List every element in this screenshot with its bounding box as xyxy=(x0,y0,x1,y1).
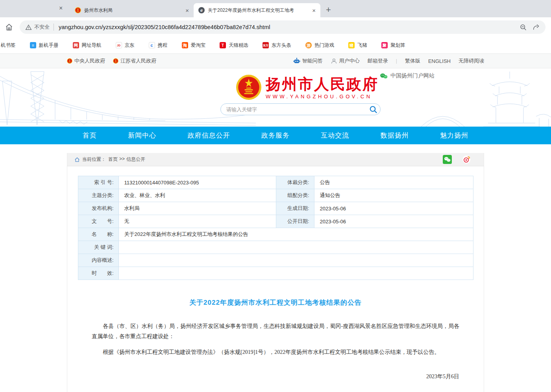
site-search xyxy=(220,103,381,115)
national-emblem-icon xyxy=(113,58,118,64)
home-breadcrumb-icon[interactable] xyxy=(74,157,80,162)
gov-site-link[interactable]: 中央人民政府 xyxy=(67,57,105,64)
bookmark-label: 网址导航 xyxy=(82,42,102,49)
table-row: 主题分类:农业、林业、水利组配分类:通知公告 xyxy=(78,189,473,202)
nav-item[interactable]: 新闻中心 xyxy=(128,131,156,140)
doc-field-label: 时 效: xyxy=(78,267,118,280)
doc-field-label: 文 号: xyxy=(78,215,118,228)
table-row: 文 号:无公开日期:2023-05-06 xyxy=(78,215,473,228)
doc-field-value: 水利局 xyxy=(118,202,276,215)
breadcrumb-link[interactable]: 信息公开 xyxy=(126,156,145,163)
document-meta-table: 索 引 号:11321000014407098E-2023-095体裁分类:公告… xyxy=(78,176,473,280)
not-secure-warning-icon[interactable] xyxy=(25,24,32,31)
portal-bubbles-icon xyxy=(380,73,388,79)
content-wrapper: 当前位置： 首页 >> 信息公开 索 引 号:11321000014407098… xyxy=(67,153,484,392)
breadcrumb-separator: >> xyxy=(119,156,125,163)
nav-item[interactable]: 数据扬州 xyxy=(381,131,409,140)
breadcrumb: 当前位置： 首页 >> 信息公开 xyxy=(67,153,484,166)
bookmark-label: 天猫精选 xyxy=(229,42,248,49)
doc-field-value xyxy=(118,254,473,267)
bookmark-item[interactable]: JD京东 xyxy=(116,42,135,49)
utility-link[interactable]: ENGLISH xyxy=(428,58,451,64)
browser-tab[interactable]: e关于2022年度扬州市水利工程文明工地考× xyxy=(194,3,320,17)
site-logo[interactable]: 扬州市人民政府 WWW.YANGZHOU.GOV.CN xyxy=(236,74,379,100)
utility-link-label: 用户中心 xyxy=(339,57,360,64)
bookmark-item[interactable]: 聚聚划算 xyxy=(381,42,405,49)
bookmark-item[interactable]: 猪飞猪 xyxy=(348,42,367,49)
table-row: 内容概述: xyxy=(78,254,473,267)
close-icon[interactable]: × xyxy=(59,5,63,11)
divider xyxy=(54,24,54,31)
bookmark-favicon: 聚 xyxy=(381,42,388,48)
wechat-share-icon[interactable] xyxy=(443,155,452,164)
browser-tab[interactable]: 扬州市水利局× xyxy=(70,3,194,17)
share-icon[interactable] xyxy=(533,24,540,31)
breadcrumb-link[interactable]: 首页 xyxy=(108,156,118,163)
close-icon[interactable]: × xyxy=(311,7,316,14)
utility-left-links: 中央人民政府江苏省人民政府 xyxy=(67,57,156,64)
search-input[interactable] xyxy=(226,107,369,112)
doc-field-label: 索 引 号: xyxy=(78,176,118,189)
bookmark-item[interactable]: 机书签 xyxy=(1,42,16,49)
url-text[interactable]: yangzhou.gov.cn/yzszxxgk/slj/202305/210c… xyxy=(59,24,516,30)
utility-link[interactable]: 无障碍阅读 xyxy=(459,57,484,64)
breadcrumb-links: 首页 >> 信息公开 xyxy=(108,156,145,163)
doc-field-label: 主题分类: xyxy=(78,189,118,202)
search-icon[interactable] xyxy=(369,105,378,114)
weibo-share-icon[interactable] xyxy=(462,155,471,164)
bookmarks-bar: 机书签≡新机手册网网址导航JD京东c携程淘爱淘宝T天猫精选东方东方头条游热门游戏… xyxy=(0,37,551,54)
url-input[interactable]: 不安全 yangzhou.gov.cn/yzszxxgk/slj/202305/… xyxy=(20,20,545,34)
article: 关于2022年度扬州市水利工程文明工地考核结果的公告 各县（市、区）水利（务）局… xyxy=(67,298,484,392)
utility-link[interactable]: 智能问答 xyxy=(293,57,323,64)
doc-field-value: 2023-05-06 xyxy=(314,215,473,228)
doc-field-label: 组配分类: xyxy=(276,189,314,202)
gov-site-link-label: 中央人民政府 xyxy=(74,57,105,64)
browser-logo-favicon: e xyxy=(198,7,205,13)
nav-item[interactable]: 政务服务 xyxy=(261,131,290,140)
zoom-out-icon[interactable] xyxy=(520,24,527,31)
bookmark-item[interactable]: 游热门游戏 xyxy=(305,42,334,49)
portal-tag[interactable]: 中国扬州门户网站 xyxy=(380,72,435,79)
bookmark-item[interactable]: c携程 xyxy=(149,42,168,49)
bookmark-label: 携程 xyxy=(158,42,168,49)
nav-item[interactable]: 魅力扬州 xyxy=(440,131,468,140)
table-row: 索 引 号:11321000014407098E-2023-095体裁分类:公告 xyxy=(78,176,473,189)
gov-site-link-label: 江苏省人民政府 xyxy=(120,57,156,64)
bookmark-item[interactable]: 淘爱淘宝 xyxy=(182,42,206,49)
address-bar: 不安全 yangzhou.gov.cn/yzszxxgk/slj/202305/… xyxy=(0,17,551,37)
article-title: 关于2022年度扬州市水利工程文明工地考核结果的公告 xyxy=(92,298,459,307)
bookmark-label: 机书签 xyxy=(1,42,16,49)
nav-item[interactable]: 互动交流 xyxy=(321,131,349,140)
bookmark-item[interactable]: 网网址导航 xyxy=(73,42,102,49)
doc-field-label: 体裁分类: xyxy=(276,176,314,189)
bookmark-item[interactable]: ≡新机手册 xyxy=(30,42,59,49)
bookmark-item[interactable]: T天猫精选 xyxy=(220,42,248,49)
doc-field-value: 农业、林业、水利 xyxy=(118,189,276,202)
close-icon[interactable]: × xyxy=(185,7,190,14)
doc-field-value: 11321000014407098E-2023-095 xyxy=(118,176,276,189)
tab-title: 扬州市水利局 xyxy=(84,7,181,14)
utility-link[interactable]: 用户中心 xyxy=(331,57,360,64)
bookmark-item[interactable]: 东方东方头条 xyxy=(263,42,291,49)
bookmark-label: 热门游戏 xyxy=(314,42,334,49)
nav-item[interactable]: 政府信息公开 xyxy=(188,131,230,140)
national-emblem-icon xyxy=(236,74,262,100)
security-label: 不安全 xyxy=(34,24,50,31)
nav-item[interactable]: 首页 xyxy=(83,131,97,140)
bookmark-label: 京东 xyxy=(125,42,135,49)
table-row: 关 键 词: xyxy=(78,241,473,254)
home-icon[interactable] xyxy=(5,23,13,31)
gov-site-link[interactable]: 江苏省人民政府 xyxy=(113,57,156,64)
utility-right-links: 智能问答用户中心邮箱登录|繁体版ENGLISH无障碍阅读 xyxy=(293,57,484,64)
doc-field-label: 内容概述: xyxy=(78,254,118,267)
utility-link[interactable]: 邮箱登录 xyxy=(368,57,388,64)
site-title: 扬州市人民政府 xyxy=(266,75,379,93)
new-tab-button[interactable]: + xyxy=(326,6,331,14)
header-art-pagoda-right xyxy=(421,68,551,127)
bookmark-favicon: ≡ xyxy=(30,42,36,48)
utility-link[interactable]: 繁体版 xyxy=(405,57,420,64)
utility-bar: 中央人民政府江苏省人民政府 智能问答用户中心邮箱登录|繁体版ENGLISH无障碍… xyxy=(0,54,551,68)
portal-label: 中国扬州门户网站 xyxy=(390,72,435,79)
article-date: 2023年5月6日 xyxy=(92,373,459,380)
bookmark-favicon: 东方 xyxy=(263,42,269,48)
